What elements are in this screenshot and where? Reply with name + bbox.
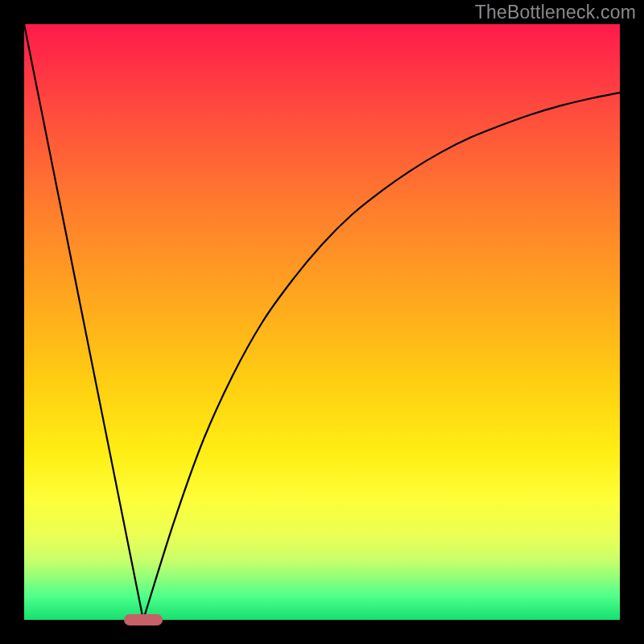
plot-area	[24, 24, 620, 620]
watermark-text: TheBottleneck.com	[475, 2, 636, 23]
curve-layer	[24, 24, 620, 620]
chart-frame: TheBottleneck.com	[0, 0, 644, 644]
curve-path	[24, 24, 620, 620]
minimum-marker	[124, 614, 163, 625]
